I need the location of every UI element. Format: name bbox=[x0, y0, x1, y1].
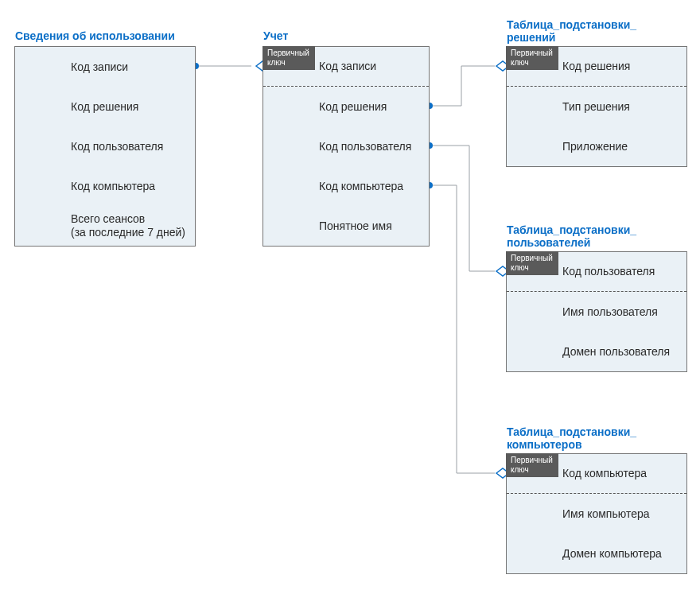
diagram-canvas: Сведения об использовании Код записи Код… bbox=[0, 0, 700, 598]
field-label: Тип решения bbox=[562, 100, 630, 114]
field-row-pk: Первичный ключ Код компьютера bbox=[507, 454, 686, 494]
field-row: Код записи bbox=[15, 47, 195, 87]
primary-key-tag: Первичный ключ bbox=[506, 46, 558, 70]
table-title: Таблица_подстановки_ компьютеров bbox=[507, 425, 636, 451]
field-label: Код решения bbox=[319, 100, 387, 114]
table-solutions-lookup: Таблица_подстановки_ решений Первичный к… bbox=[506, 46, 687, 167]
field-label: Домен компьютера bbox=[562, 547, 662, 561]
field-row: Приложение bbox=[507, 126, 686, 166]
field-row: Код компьютера bbox=[263, 166, 429, 206]
field-label: Домен пользователя bbox=[562, 345, 670, 359]
field-label: Приложение bbox=[562, 140, 628, 153]
field-label: Код пользователя bbox=[319, 140, 411, 153]
field-row: Код компьютера bbox=[15, 166, 195, 206]
field-row: Код решения bbox=[263, 87, 429, 126]
field-label: Код записи bbox=[319, 60, 376, 73]
field-label: Код записи bbox=[71, 60, 128, 74]
table-computers-lookup: Таблица_подстановки_ компьютеров Первичн… bbox=[506, 453, 687, 574]
primary-key-tag: Первичный ключ bbox=[262, 46, 315, 70]
field-label: Код компьютера bbox=[71, 180, 155, 193]
table-title: Сведения об использовании bbox=[15, 29, 175, 42]
field-label: Всего сеансов (за последние 7 дней) bbox=[71, 212, 185, 239]
field-row: Понятное имя bbox=[263, 206, 429, 246]
field-label: Имя компьютера bbox=[562, 507, 650, 521]
field-label: Понятное имя bbox=[319, 219, 392, 233]
table-uchet: Учет Первичный ключ Код записи Код решен… bbox=[262, 46, 430, 247]
field-row-pk: Первичный ключ Код пользователя bbox=[507, 252, 686, 292]
primary-key-tag: Первичный ключ bbox=[506, 453, 558, 477]
field-row: Тип решения bbox=[507, 87, 686, 126]
table-title: Таблица_подстановки_ решений bbox=[507, 18, 636, 44]
field-label: Код пользователя bbox=[71, 140, 163, 153]
field-row: Домен компьютера bbox=[507, 534, 686, 573]
field-label: Код компьютера bbox=[562, 467, 647, 480]
table-users-lookup: Таблица_подстановки_ пользователей Перви… bbox=[506, 251, 687, 372]
field-label: Имя пользователя bbox=[562, 305, 658, 319]
field-row-pk: Первичный ключ Код записи bbox=[263, 47, 429, 87]
field-row: Код решения bbox=[15, 87, 195, 126]
field-row: Имя компьютера bbox=[507, 494, 686, 534]
table-usage: Сведения об использовании Код записи Код… bbox=[14, 46, 196, 247]
table-title: Таблица_подстановки_ пользователей bbox=[507, 223, 636, 249]
field-label: Код пользователя bbox=[562, 265, 655, 278]
primary-key-tag: Первичный ключ bbox=[506, 251, 558, 275]
field-row-pk: Первичный ключ Код решения bbox=[507, 47, 686, 87]
field-row: Код пользователя bbox=[15, 126, 195, 166]
field-label: Код решения bbox=[562, 60, 630, 73]
table-title: Учет bbox=[263, 29, 288, 42]
field-label: Код решения bbox=[71, 100, 138, 114]
field-row: Всего сеансов (за последние 7 дней) bbox=[15, 206, 195, 246]
field-row: Имя пользователя bbox=[507, 292, 686, 332]
field-row: Домен пользователя bbox=[507, 332, 686, 371]
field-row: Код пользователя bbox=[263, 126, 429, 166]
field-label: Код компьютера bbox=[319, 180, 403, 193]
